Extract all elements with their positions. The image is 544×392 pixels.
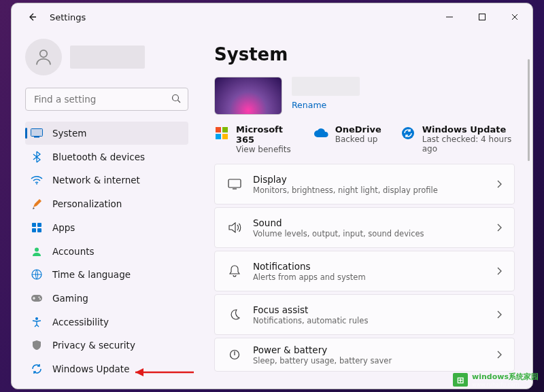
status-title: Microsoft 365 (236, 124, 294, 145)
sidebar-item-personalization[interactable]: Personalization (25, 192, 188, 215)
accounts-icon (31, 245, 43, 257)
sidebar-item-accounts[interactable]: Accounts (25, 240, 188, 263)
svg-rect-17 (222, 127, 228, 132)
sidebar-item-privacy[interactable]: Privacy & security (25, 334, 188, 357)
svg-point-5 (36, 183, 37, 185)
chevron-right-icon (496, 351, 502, 359)
sidebar-item-system[interactable]: System (25, 122, 188, 145)
card-sub: Volume levels, output, input, sound devi… (253, 229, 486, 238)
minimize-button[interactable] (436, 7, 463, 27)
main-pane: System Rename Microsoft 365 View benefit… (197, 31, 532, 389)
page-title: System (214, 44, 515, 65)
onedrive-icon (313, 126, 328, 141)
svg-point-20 (402, 127, 414, 139)
user-name-placeholder (70, 46, 145, 69)
card-sub: Alerts from apps and system (253, 272, 486, 282)
svg-point-13 (39, 297, 40, 298)
power-icon (227, 347, 242, 362)
svg-rect-7 (37, 223, 41, 227)
card-title: Power & battery (253, 344, 486, 355)
svg-rect-3 (31, 128, 43, 136)
card-sub: Notifications, automatic rules (253, 316, 486, 325)
card-title: Focus assist (253, 304, 486, 315)
watermark: ⊞ windows系统家园 www.ruhaifu.com (453, 372, 539, 388)
status-sub: Backed up (335, 135, 381, 144)
sidebar-item-time-language[interactable]: Time & language (25, 263, 188, 286)
card-title: Sound (253, 217, 486, 228)
sidebar-item-label: Time & language (52, 269, 131, 280)
sidebar-item-accessibility[interactable]: Accessibility (25, 310, 188, 334)
card-focus-assist[interactable]: Focus assistNotifications, automatic rul… (214, 294, 515, 335)
user-info[interactable] (25, 39, 188, 75)
search-input[interactable] (25, 88, 188, 111)
shield-icon (31, 339, 43, 351)
sidebar-item-label: Bluetooth & devices (52, 152, 145, 162)
sidebar-item-label: Accessibility (52, 317, 109, 327)
rename-link[interactable]: Rename (292, 100, 360, 110)
chevron-right-icon (496, 267, 502, 275)
card-display[interactable]: DisplayMonitors, brightness, night light… (214, 164, 515, 204)
svg-point-10 (35, 247, 39, 251)
card-power[interactable]: Power & batterySleep, battery usage, bat… (214, 338, 515, 372)
svg-rect-6 (32, 223, 36, 227)
back-button[interactable] (21, 6, 43, 28)
bell-icon (227, 264, 242, 279)
status-windows-update[interactable]: Windows Update Last checked: 4 hours ago (401, 124, 515, 154)
card-sub: Sleep, battery usage, battery saver (253, 356, 486, 366)
svg-point-14 (39, 298, 41, 300)
sidebar-item-network[interactable]: Network & internet (25, 168, 188, 192)
chevron-right-icon (496, 310, 502, 319)
wifi-icon (31, 174, 43, 186)
scrollbar[interactable] (528, 59, 530, 161)
paintbrush-icon (31, 198, 43, 210)
status-row: Microsoft 365 View benefits OneDrive Bac… (214, 124, 515, 154)
sidebar-item-label: Apps (52, 222, 75, 233)
sidebar-item-apps[interactable]: Apps (25, 216, 188, 239)
update-status-icon (401, 126, 415, 141)
moon-icon (227, 307, 242, 322)
card-sound[interactable]: SoundVolume levels, output, input, sound… (214, 207, 515, 248)
svg-rect-8 (32, 228, 36, 232)
device-name-placeholder (292, 77, 360, 96)
sidebar-item-gaming[interactable]: Gaming (25, 287, 188, 310)
svg-rect-0 (479, 14, 486, 20)
accessibility-icon (31, 316, 43, 328)
svg-rect-21 (228, 179, 241, 188)
card-title: Notifications (253, 261, 486, 272)
sidebar: System Bluetooth & devices Network & int… (12, 31, 197, 389)
sidebar-item-bluetooth[interactable]: Bluetooth & devices (25, 145, 188, 168)
titlebar: Settings (12, 3, 532, 31)
sidebar-item-label: Gaming (52, 293, 88, 304)
settings-window: Settings (11, 3, 533, 389)
nav-list: System Bluetooth & devices Network & int… (25, 122, 188, 380)
svg-rect-19 (222, 134, 228, 139)
sidebar-item-label: Personalization (52, 198, 122, 209)
status-sub: Last checked: 4 hours ago (422, 135, 515, 154)
sidebar-item-label: Network & internet (52, 175, 140, 185)
sidebar-item-label: Windows Update (52, 363, 129, 374)
back-arrow-icon (27, 12, 37, 22)
status-m365[interactable]: Microsoft 365 View benefits (214, 124, 294, 154)
status-onedrive[interactable]: OneDrive Backed up (313, 124, 381, 154)
watermark-line2: www.ruhaifu.com (472, 382, 539, 388)
m365-icon (214, 126, 229, 141)
status-sub: View benefits (236, 145, 294, 154)
svg-rect-4 (34, 137, 39, 138)
content-area: System Bluetooth & devices Network & int… (12, 31, 532, 389)
svg-rect-16 (216, 127, 221, 132)
svg-point-15 (35, 317, 38, 320)
maximize-button[interactable] (469, 7, 496, 27)
close-button[interactable] (501, 7, 528, 27)
search-icon (171, 93, 182, 104)
card-title: Display (253, 174, 486, 185)
status-title: OneDrive (335, 124, 381, 135)
window-title: Settings (50, 12, 86, 22)
watermark-line1: windows系统家园 (472, 372, 539, 382)
card-notifications[interactable]: NotificationsAlerts from apps and system (214, 251, 515, 291)
device-thumbnail (214, 77, 282, 115)
bluetooth-icon (31, 151, 43, 163)
search-box[interactable] (25, 88, 188, 111)
svg-point-1 (40, 50, 48, 58)
avatar (25, 39, 62, 75)
globe-icon (31, 268, 43, 281)
